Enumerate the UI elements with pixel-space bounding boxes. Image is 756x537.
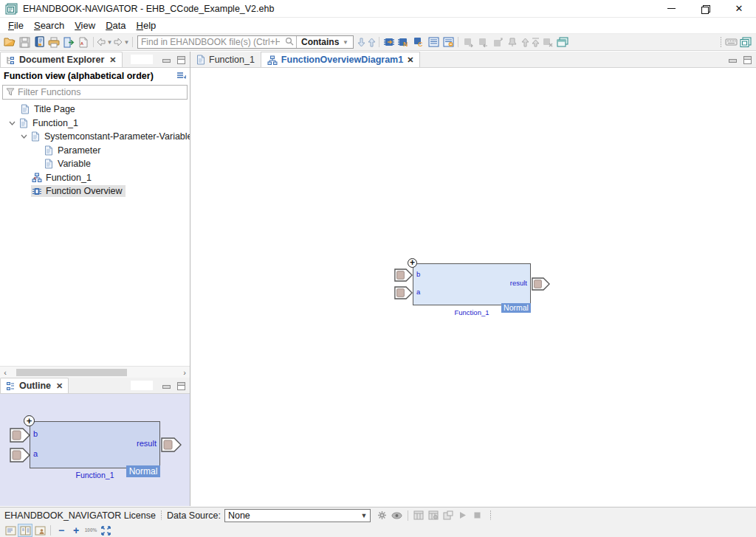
fit-screen-icon[interactable] bbox=[98, 524, 113, 537]
tab-function-1[interactable]: Function_1 bbox=[190, 52, 261, 67]
windows-icon[interactable] bbox=[738, 35, 753, 49]
filter-functions-input[interactable] bbox=[18, 87, 187, 97]
menu-view[interactable]: View bbox=[69, 18, 100, 32]
tab-function-overview-diagram1[interactable]: FunctionOverviewDiagram1 ✕ bbox=[261, 52, 421, 67]
input-label-b: b bbox=[416, 270, 420, 278]
input-port-b[interactable] bbox=[394, 268, 413, 282]
find-prev-icon[interactable] bbox=[366, 35, 377, 49]
app-window: EHANDBOOK-NAVIGATOR - EHB_CCode_Example_… bbox=[0, 0, 756, 537]
list-icon[interactable] bbox=[426, 35, 441, 49]
gear-icon[interactable] bbox=[375, 509, 390, 522]
scroll-track[interactable] bbox=[10, 368, 179, 377]
find-input[interactable] bbox=[138, 36, 283, 48]
forward-history-dropdown[interactable]: ▼ bbox=[123, 39, 130, 46]
input-port-a[interactable] bbox=[394, 286, 413, 299]
minimize-editor-button[interactable] bbox=[728, 56, 737, 63]
pin-icon[interactable] bbox=[505, 35, 520, 49]
close-view-icon[interactable]: ✕ bbox=[109, 55, 116, 65]
input-port-b[interactable] bbox=[10, 428, 30, 443]
goto-function-icon[interactable] bbox=[382, 35, 396, 49]
menu-file[interactable]: File bbox=[3, 18, 29, 32]
expand-block-icon[interactable]: + bbox=[24, 415, 35, 426]
restore-button[interactable] bbox=[688, 0, 722, 17]
maximize-view-button[interactable] bbox=[176, 56, 185, 63]
grid2-icon[interactable] bbox=[426, 509, 441, 522]
stop-icon[interactable] bbox=[470, 509, 485, 522]
maximize-view-button[interactable] bbox=[176, 382, 185, 389]
close-view-icon[interactable]: ✕ bbox=[56, 381, 63, 391]
back-icon[interactable] bbox=[96, 35, 106, 49]
doc-icon bbox=[43, 145, 55, 156]
menu-search[interactable]: Search bbox=[29, 18, 69, 32]
match-mode-dropdown[interactable]: Contains▼ bbox=[296, 36, 353, 48]
page-view-icon[interactable] bbox=[3, 524, 18, 537]
promote-top-icon[interactable] bbox=[530, 35, 540, 49]
chip-next-icon[interactable] bbox=[475, 35, 490, 49]
person-page-icon[interactable] bbox=[32, 524, 47, 537]
goto-c-icon[interactable]: C bbox=[411, 35, 426, 49]
zoom-in-icon[interactable]: + bbox=[69, 524, 83, 537]
diagram-canvas[interactable]: + b a result Function_1 Normal bbox=[190, 68, 756, 506]
tree-item-function-overview[interactable]: Function Overview bbox=[0, 184, 190, 198]
data-source-dropdown[interactable]: None ▼ bbox=[224, 509, 371, 522]
find-next-icon[interactable] bbox=[356, 35, 366, 49]
chevron-expanded-icon[interactable] bbox=[18, 134, 30, 139]
zoom-100-icon[interactable]: 100% bbox=[83, 524, 98, 537]
save-icon[interactable] bbox=[17, 35, 32, 49]
book-icon[interactable] bbox=[32, 35, 47, 49]
output-port-result[interactable] bbox=[532, 277, 550, 291]
open-folder-icon[interactable] bbox=[2, 35, 17, 49]
chip-up-icon[interactable] bbox=[490, 35, 505, 49]
promote-icon[interactable] bbox=[520, 35, 530, 49]
play-icon[interactable] bbox=[456, 509, 470, 522]
tree-item-title-page[interactable]: Title Page bbox=[0, 103, 190, 117]
doc-icon bbox=[196, 55, 205, 65]
window-controls: ✕ bbox=[654, 0, 756, 17]
scroll-thumb[interactable] bbox=[16, 369, 127, 376]
grid3-icon[interactable] bbox=[441, 509, 456, 522]
keyboard-icon[interactable] bbox=[724, 35, 738, 49]
menu-data[interactable]: Data bbox=[100, 18, 131, 32]
tree-item-function-1[interactable]: Function_1 bbox=[0, 117, 190, 131]
export-icon[interactable] bbox=[61, 35, 76, 49]
back-history-dropdown[interactable]: ▼ bbox=[106, 39, 113, 46]
close-tab-icon[interactable]: ✕ bbox=[407, 55, 413, 65]
outline-canvas[interactable]: + b a result Function_1 Normal bbox=[0, 394, 190, 506]
expand-block-icon[interactable]: + bbox=[408, 258, 417, 268]
pdf-icon[interactable]: A bbox=[76, 35, 91, 49]
minimize-view-button[interactable] bbox=[162, 56, 171, 63]
minimize-view-button[interactable] bbox=[162, 382, 171, 389]
chip-x-icon[interactable] bbox=[540, 35, 555, 49]
output-label-result: result bbox=[117, 439, 157, 448]
close-button[interactable]: ✕ bbox=[722, 0, 756, 17]
split-view-icon[interactable] bbox=[18, 524, 32, 537]
chevron-expanded-icon[interactable] bbox=[6, 121, 18, 125]
forward-icon[interactable] bbox=[113, 35, 123, 49]
print-icon[interactable] bbox=[47, 35, 61, 49]
tab-document-explorer[interactable]: Document Explorer ✕ bbox=[0, 52, 123, 67]
chip-prev-icon[interactable] bbox=[461, 35, 475, 49]
tab-outline[interactable]: Outline ✕ bbox=[0, 378, 69, 393]
goto-n-icon[interactable]: N bbox=[396, 35, 411, 49]
scroll-right-icon[interactable]: › bbox=[179, 367, 190, 378]
search-icon[interactable] bbox=[283, 37, 296, 48]
tree-item-parameter[interactable]: Parameter bbox=[0, 144, 190, 158]
tree-item-function-1-model[interactable]: c Function_1 bbox=[0, 171, 190, 185]
tree-item-variable[interactable]: Variable bbox=[0, 157, 190, 171]
eye-icon[interactable] bbox=[390, 509, 405, 522]
tree-item-systemconstant[interactable]: Systemconstant-Parameter-Variable-C bbox=[0, 130, 190, 144]
minimize-button[interactable] bbox=[654, 0, 688, 17]
maximize-editor-button[interactable] bbox=[743, 56, 752, 63]
list-remove-icon[interactable] bbox=[441, 35, 456, 49]
input-port-a[interactable] bbox=[10, 448, 30, 462]
zoom-out-icon[interactable]: − bbox=[54, 524, 69, 537]
scroll-left-icon[interactable]: ‹ bbox=[0, 367, 10, 378]
output-port-result[interactable] bbox=[161, 437, 182, 452]
menu-help[interactable]: Help bbox=[131, 18, 162, 32]
output-label-result: result bbox=[492, 279, 527, 287]
explorer-hscrollbar[interactable]: ‹ › bbox=[0, 366, 190, 378]
filter-icon bbox=[3, 87, 18, 98]
new-window-icon[interactable] bbox=[555, 35, 570, 49]
grid1-icon[interactable] bbox=[411, 509, 426, 522]
view-menu-icon[interactable] bbox=[176, 71, 186, 82]
